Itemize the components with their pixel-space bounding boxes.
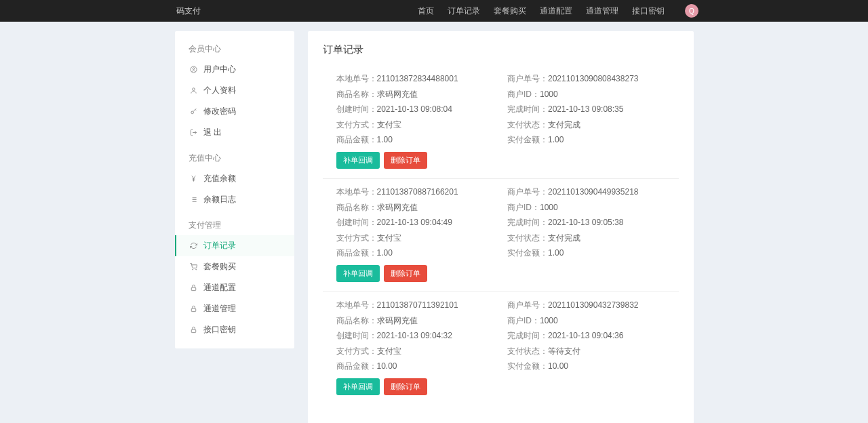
list-icon <box>190 196 198 203</box>
label-merchant-id: 商户ID： <box>507 203 540 212</box>
sidebar-section-payment: 支付管理 <box>175 214 294 235</box>
topnav-package[interactable]: 套餐购买 <box>494 5 526 17</box>
callback-button[interactable]: 补单回调 <box>336 152 380 169</box>
value-goods-name: 求码网充值 <box>377 89 418 99</box>
topnav-channel-manage[interactable]: 通道管理 <box>586 5 618 17</box>
sidebar-section-member: 会员中心 <box>175 38 294 59</box>
sidebar-item-label: 订单记录 <box>203 240 236 251</box>
label-create-time: 创建时间： <box>336 218 377 227</box>
label-paid-amount: 实付金额： <box>507 361 548 371</box>
lock-icon <box>190 326 198 334</box>
value-local-no: 211013872834488001 <box>377 74 458 83</box>
label-pay-status: 支付状态： <box>507 120 548 129</box>
sidebar-item-channel-manage[interactable]: 通道管理 <box>175 298 294 319</box>
label-paid-amount: 实付金额： <box>507 135 548 144</box>
svg-rect-12 <box>191 287 195 291</box>
value-pay-method: 支付宝 <box>377 233 401 243</box>
brand: 码支付 <box>176 5 201 17</box>
topnav: 首页 订单记录 套餐购买 通道配置 通道管理 接口密钥 Q <box>418 4 698 18</box>
sidebar-section-recharge: 充值中心 <box>175 147 294 168</box>
sidebar-item-profile[interactable]: 个人资料 <box>175 80 294 101</box>
value-finish-time: 2021-10-13 09:05:38 <box>548 218 623 227</box>
refresh-icon <box>190 242 198 249</box>
page-title: 订单记录 <box>323 43 679 56</box>
callback-button[interactable]: 补单回调 <box>336 265 380 282</box>
value-merchant-id: 1000 <box>540 316 558 325</box>
sidebar-item-api-key[interactable]: 接口密钥 <box>175 319 294 340</box>
label-pay-status: 支付状态： <box>507 233 548 243</box>
value-pay-status: 等待支付 <box>548 346 580 356</box>
svg-point-1 <box>193 68 195 70</box>
topnav-api-key[interactable]: 接口密钥 <box>632 5 665 17</box>
value-goods-amount: 1.00 <box>377 135 393 144</box>
label-merchant-no: 商户单号： <box>507 300 548 310</box>
delete-button[interactable]: 删除订单 <box>384 378 427 395</box>
label-pay-method: 支付方式： <box>336 233 377 243</box>
order-block: 本地单号：211013870711392101 商户单号：20211013090… <box>323 291 679 405</box>
delete-button[interactable]: 删除订单 <box>384 152 427 169</box>
value-pay-status: 支付完成 <box>548 120 580 129</box>
value-paid-amount: 1.00 <box>548 248 564 258</box>
value-pay-method: 支付宝 <box>377 346 401 356</box>
label-create-time: 创建时间： <box>336 331 377 340</box>
label-goods-amount: 商品金额： <box>336 248 377 258</box>
yen-icon <box>190 175 198 182</box>
label-merchant-id: 商户ID： <box>507 316 540 325</box>
sidebar-item-label: 修改密码 <box>203 106 236 117</box>
label-goods-name: 商品名称： <box>336 89 377 99</box>
value-goods-name: 求码网充值 <box>377 203 418 212</box>
avatar[interactable]: Q <box>685 4 698 18</box>
user-icon <box>190 87 198 94</box>
delete-button[interactable]: 删除订单 <box>384 265 427 282</box>
sidebar-item-balance-log[interactable]: 余额日志 <box>175 189 294 210</box>
key-icon <box>190 108 198 115</box>
label-finish-time: 完成时间： <box>507 104 548 114</box>
value-pay-method: 支付宝 <box>377 120 401 129</box>
lock-icon <box>190 305 198 313</box>
label-pay-method: 支付方式： <box>336 120 377 129</box>
sidebar-item-orders[interactable]: 订单记录 <box>175 235 294 256</box>
svg-rect-13 <box>191 308 195 312</box>
label-local-no: 本地单号： <box>336 300 377 310</box>
topnav-channel-config[interactable]: 通道配置 <box>540 5 572 17</box>
svg-rect-14 <box>191 329 195 333</box>
order-block: 本地单号：211013870887166201 商户单号：20211013090… <box>323 178 679 291</box>
label-goods-name: 商品名称： <box>336 316 377 325</box>
value-pay-status: 支付完成 <box>548 233 580 243</box>
svg-point-11 <box>196 269 197 270</box>
topnav-home[interactable]: 首页 <box>418 5 434 17</box>
value-create-time: 2021-10-13 09:08:04 <box>377 104 452 114</box>
value-merchant-no: 20211013090449935218 <box>548 187 638 197</box>
value-finish-time: 2021-10-13 09:04:36 <box>548 331 623 340</box>
sidebar-item-label: 用户中心 <box>203 64 236 75</box>
svg-point-10 <box>193 269 193 270</box>
label-goods-amount: 商品金额： <box>336 135 377 144</box>
sidebar-item-channel-config[interactable]: 通道配置 <box>175 277 294 298</box>
value-paid-amount: 1.00 <box>548 135 564 144</box>
label-goods-amount: 商品金额： <box>336 361 377 371</box>
sidebar-item-user-center[interactable]: 用户中心 <box>175 59 294 80</box>
value-goods-name: 求码网充值 <box>377 316 418 325</box>
sidebar-item-label: 接口密钥 <box>203 324 236 336</box>
value-merchant-no: 20211013090808438273 <box>548 74 638 83</box>
sidebar-item-package-buy[interactable]: 套餐购买 <box>175 256 294 277</box>
label-pay-status: 支付状态： <box>507 346 548 356</box>
value-goods-amount: 10.00 <box>377 361 397 371</box>
topbar: 码支付 首页 订单记录 套餐购买 通道配置 通道管理 接口密钥 Q <box>0 0 868 22</box>
sidebar-item-label: 通道管理 <box>203 303 236 315</box>
label-finish-time: 完成时间： <box>507 218 548 227</box>
callback-button[interactable]: 补单回调 <box>336 378 380 395</box>
user-circle-icon <box>190 66 198 73</box>
topnav-orders[interactable]: 订单记录 <box>448 5 480 17</box>
svg-point-3 <box>191 111 194 114</box>
sidebar-item-logout[interactable]: 退 出 <box>175 122 294 143</box>
sidebar-item-label: 通道配置 <box>203 282 236 294</box>
label-pay-method: 支付方式： <box>336 346 377 356</box>
value-paid-amount: 10.00 <box>548 361 568 371</box>
sidebar-item-recharge[interactable]: 充值余额 <box>175 168 294 189</box>
label-local-no: 本地单号： <box>336 187 377 197</box>
sidebar: 会员中心 用户中心 个人资料 修改密码 退 出 充值中心 充值余额 余额日志 支… <box>175 31 294 348</box>
value-merchant-id: 1000 <box>540 89 558 99</box>
sidebar-item-label: 套餐购买 <box>203 261 236 273</box>
sidebar-item-password[interactable]: 修改密码 <box>175 101 294 122</box>
